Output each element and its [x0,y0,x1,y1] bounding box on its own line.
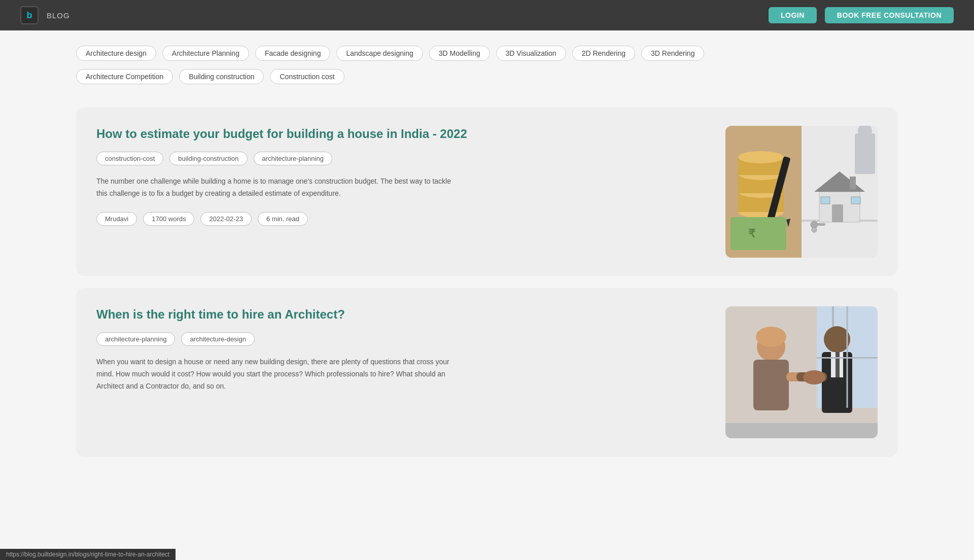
svg-rect-23 [816,223,825,226]
article-image-1: ₹ [725,126,878,258]
meta-words-1: 1700 words [143,212,194,226]
tag-3d-rendering[interactable]: 3D Rendering [641,46,704,61]
svg-point-37 [803,370,825,384]
svg-rect-18 [851,197,860,204]
svg-rect-40 [725,423,878,438]
article-tag-construction-cost[interactable]: construction-cost [96,152,163,165]
tag-architecture-competition[interactable]: Architecture Competition [76,69,173,84]
tag-building-construction[interactable]: Building construction [179,69,264,84]
svg-rect-17 [821,197,830,204]
article-image-2 [725,306,878,438]
article-body-1: How to estimate your budget for building… [96,126,710,226]
svg-rect-20 [855,133,875,174]
article-tag-architecture-planning[interactable]: architecture-planning [254,152,332,165]
meta-author-1: Mrudavi [96,212,137,226]
article-meta-1: Mrudavi 1700 words 2022-02-23 6 min. rea… [96,212,710,226]
article-card-1: How to estimate your budget for building… [76,108,898,276]
logo-icon: b [20,6,39,24]
svg-point-24 [812,227,817,232]
meta-readtime-1: 6 min. read [258,212,308,226]
article-title-1[interactable]: How to estimate your budget for building… [96,126,710,142]
article-title-2[interactable]: When is the right time to hire an Archit… [96,306,710,322]
article-tags-1: construction-cost building-construction … [96,152,710,165]
article-body-2: When is the right time to hire an Archit… [96,306,710,405]
tags-section: Architecture design Architecture Plannin… [0,30,974,97]
svg-point-29 [756,327,786,347]
tag-facade-designing[interactable]: Facade designing [255,46,331,61]
svg-rect-16 [832,204,843,222]
login-button[interactable]: LOGIN [769,7,817,23]
tag-3d-modelling[interactable]: 3D Modelling [429,46,490,61]
article-tag-building-construction[interactable]: building-construction [169,152,247,165]
article-card-2: When is the right time to hire an Archit… [76,288,898,457]
meta-date-1: 2022-02-23 [200,212,252,226]
tag-3d-visualization[interactable]: 3D Visualization [496,46,566,61]
svg-rect-35 [836,352,840,377]
svg-rect-30 [753,360,789,410]
header-right: LOGIN BOOK FREE CONSULTATION [769,7,954,23]
svg-rect-10 [730,217,786,250]
article-tags-2: architecture-planning architecture-desig… [96,332,710,346]
svg-rect-19 [850,177,856,189]
consultation-button[interactable]: BOOK FREE CONSULTATION [825,7,954,23]
article-excerpt-2: When you want to design a house or need … [96,356,462,392]
tag-2d-rendering[interactable]: 2D Rendering [572,46,635,61]
svg-point-32 [824,326,850,353]
svg-point-7 [738,151,784,163]
main-content: How to estimate your budget for building… [0,97,974,479]
tag-construction-cost[interactable]: Construction cost [270,69,344,84]
svg-text:₹: ₹ [748,227,756,240]
tag-architecture-design[interactable]: Architecture design [76,46,156,61]
blog-label: BLOG [47,11,70,20]
article-excerpt-1: The number one challenge while building … [96,176,462,200]
article-tag-arch-plan[interactable]: architecture-planning [96,332,175,346]
tags-row-1: Architecture design Architecture Plannin… [76,46,898,61]
article-tag-arch-design[interactable]: architecture-design [181,332,255,346]
header: b BLOG LOGIN BOOK FREE CONSULTATION [0,0,974,30]
tag-landscape-designing[interactable]: Landscape designing [336,46,423,61]
header-left: b BLOG [20,6,70,24]
tag-architecture-planning[interactable]: Architecture Planning [162,46,249,61]
tags-row-2: Architecture Competition Building constr… [76,69,898,84]
